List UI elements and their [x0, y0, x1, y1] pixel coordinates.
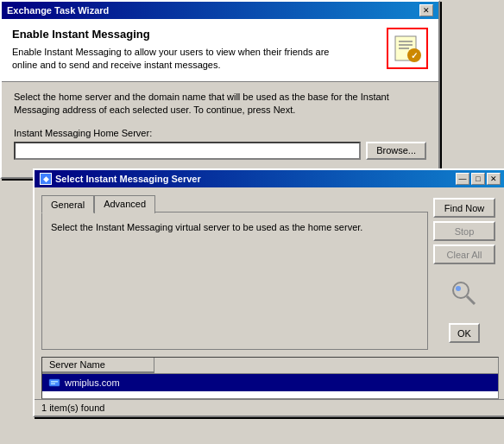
dialog-title-text: Select Instant Messaging Server — [55, 174, 201, 184]
tab-advanced[interactable]: Advanced — [94, 195, 155, 213]
wizard-body: Select the home server and the domain na… — [2, 82, 438, 177]
tab-instruction: Select the Instant Messaging virtual ser… — [51, 221, 419, 234]
dialog-title-buttons: — □ ✕ — [456, 173, 501, 185]
dialog-main: General Advanced Select the Instant Mess… — [41, 194, 428, 350]
dialog-close-button[interactable]: ✕ — [487, 173, 501, 185]
status-bar: 1 item(s) found — [35, 399, 504, 415]
results-list: wmiplus.com — [42, 374, 498, 398]
results-area: Server Name wmiplus.com — [41, 357, 499, 399]
browse-button[interactable]: Browse... — [366, 142, 426, 160]
wizard-icon: ✓ — [387, 28, 428, 69]
svg-rect-10 — [51, 381, 58, 383]
tab-general[interactable]: General — [41, 195, 94, 213]
stop-button[interactable]: Stop — [433, 221, 495, 241]
result-server-name: wmiplus.com — [65, 377, 120, 388]
tab-content: Select the Instant Messaging virtual ser… — [41, 212, 428, 350]
clear-all-button[interactable]: Clear All — [433, 244, 495, 264]
dialog-maximize-button[interactable]: □ — [471, 173, 485, 185]
svg-point-6 — [453, 282, 469, 298]
svg-point-8 — [456, 286, 461, 291]
svg-rect-9 — [49, 379, 60, 386]
wizard-instruction: Select the home server and the domain na… — [14, 91, 426, 117]
home-server-input[interactable] — [14, 142, 361, 160]
dialog-body: General Advanced Select the Instant Mess… — [35, 187, 504, 357]
dialog-minimize-button[interactable]: — — [456, 173, 469, 185]
field-row: Browse... — [14, 142, 426, 160]
dialog-title-icon: ◆ — [40, 173, 52, 185]
svg-line-7 — [467, 296, 475, 304]
dialog-window: ◆ Select Instant Messaging Server — □ ✕ … — [33, 168, 504, 417]
wizard-title-text: Exchange Task Wizard — [7, 5, 109, 16]
search-icon — [447, 275, 482, 309]
wizard-header: Enable Instant Messaging Enable Instant … — [2, 19, 438, 82]
svg-text:✓: ✓ — [411, 51, 418, 60]
tabs: General Advanced — [41, 194, 428, 212]
wizard-title-bar: Exchange Task Wizard ✕ — [2, 2, 438, 19]
dialog-buttons: Find Now Stop Clear All OK — [428, 194, 499, 350]
dialog-title-left: ◆ Select Instant Messaging Server — [40, 173, 201, 185]
wizard-close-button[interactable]: ✕ — [419, 4, 433, 16]
column-header-server-name: Server Name — [42, 358, 154, 373]
server-icon — [47, 376, 61, 390]
field-label: Instant Messaging Home Server: — [14, 128, 426, 138]
wizard-title-buttons: ✕ — [419, 4, 433, 16]
results-header: Server Name — [42, 358, 498, 374]
dialog-title-bar: ◆ Select Instant Messaging Server — □ ✕ — [35, 170, 504, 187]
wizard-description: Enable Instant Messaging to allow your u… — [12, 46, 340, 73]
ok-button[interactable]: OK — [449, 323, 480, 343]
wizard-header-text: Enable Instant Messaging Enable Instant … — [12, 28, 340, 73]
svg-rect-11 — [51, 384, 55, 385]
wizard-heading: Enable Instant Messaging — [12, 28, 340, 41]
table-row[interactable]: wmiplus.com — [42, 374, 498, 391]
find-now-button[interactable]: Find Now — [433, 198, 495, 218]
status-text: 1 item(s) found — [41, 403, 104, 413]
wizard-window: Exchange Task Wizard ✕ Enable Instant Me… — [0, 0, 440, 179]
column-header-empty — [154, 358, 498, 373]
ok-btn-row: OK — [433, 323, 495, 343]
